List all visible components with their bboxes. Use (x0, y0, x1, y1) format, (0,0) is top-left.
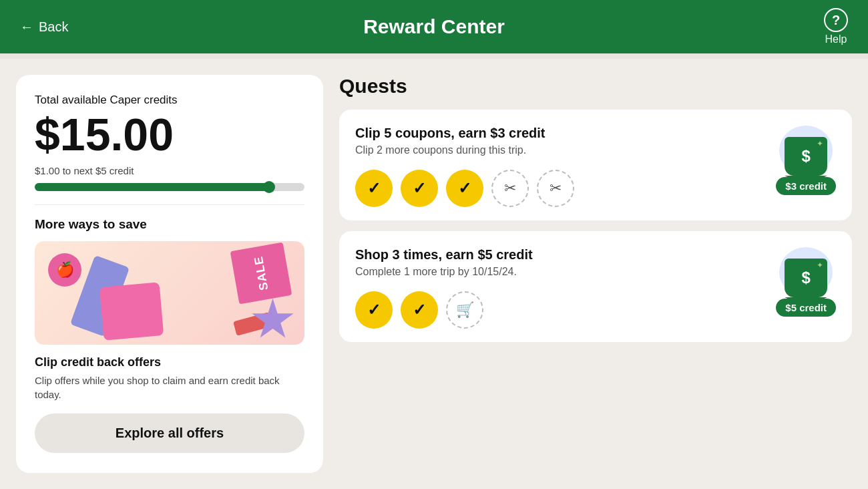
sub-header-divider (0, 53, 868, 59)
progress-bar-dot (263, 181, 275, 193)
quest-card-1-title: Clip 5 coupons, earn $3 credit (355, 126, 776, 141)
back-arrow-icon: ← (20, 19, 33, 35)
quest-step-done: ✓ (355, 170, 393, 207)
quest-step-done: ✓ (401, 291, 438, 329)
quest-card-2-desc: Complete 1 more trip by 10/15/24. (355, 266, 776, 278)
credit-badge-1: ✦ $ $3 credit (776, 126, 836, 195)
credits-next: $1.00 to next $5 credit (35, 165, 304, 176)
quest-step-pending: ✂ (491, 170, 529, 207)
promo-image: 🍎 SALE (35, 241, 304, 345)
shield-dollar-icon: $ (801, 147, 810, 166)
progress-bar-fill (35, 183, 272, 191)
help-button[interactable]: ? Help (824, 8, 848, 45)
main-content: Total available Caper credits $15.00 $1.… (0, 59, 868, 489)
quest-step-done: ✓ (446, 170, 483, 207)
sale-tag-shape: SALE (230, 242, 292, 305)
credit-badge-circle-1: ✦ $ (779, 126, 833, 176)
header: ← Back Reward Center ? Help (0, 0, 868, 53)
cart-icon: 🛒 (456, 301, 474, 319)
shield-dollar-icon: $ (801, 269, 810, 287)
help-label: Help (825, 33, 847, 45)
help-icon: ? (824, 8, 848, 32)
page-title: Reward Center (363, 15, 505, 38)
progress-bar (35, 183, 304, 191)
promo-title: Clip credit back offers (35, 355, 304, 369)
credit-shield-2: ✦ $ (785, 259, 827, 297)
quest-card-2-title: Shop 3 times, earn $5 credit (355, 247, 776, 263)
quest-card-2-content: Shop 3 times, earn $5 credit Complete 1 … (355, 247, 776, 329)
quest-card-1-content: Clip 5 coupons, earn $3 credit Clip 2 mo… (355, 126, 776, 207)
scissors-icon: ✂ (550, 180, 562, 197)
credit-shield-1: ✦ $ (785, 137, 827, 176)
more-ways-label: More ways to save (35, 217, 304, 232)
credit-badge-circle-2: ✦ $ (779, 247, 833, 297)
left-panel: Total available Caper credits $15.00 $1.… (16, 75, 323, 473)
apple-shape: 🍎 (48, 253, 81, 287)
quest-step-pending: ✂ (537, 170, 574, 207)
divider (35, 204, 304, 205)
scissors-icon: ✂ (504, 180, 516, 197)
quest-step-done: ✓ (401, 170, 438, 207)
sparkle-icon: ✦ (817, 139, 823, 148)
quest-card-1-steps: ✓ ✓ ✓ ✂ ✂ (355, 170, 776, 207)
quest-card-1: Clip 5 coupons, earn $3 credit Clip 2 mo… (339, 110, 852, 220)
quest-step-pending: 🛒 (446, 291, 483, 329)
quest-card-1-desc: Clip 2 more coupons during this trip. (355, 144, 776, 156)
explore-all-offers-button[interactable]: Explore all offers (35, 414, 304, 453)
credits-amount: $15.00 (35, 111, 304, 158)
quest-step-done: ✓ (355, 291, 393, 329)
promo-image-inner: 🍎 SALE (35, 241, 304, 345)
quest-card-2-steps: ✓ ✓ 🛒 (355, 291, 776, 329)
check-icon: ✓ (413, 179, 426, 198)
check-icon: ✓ (367, 179, 381, 198)
check-icon: ✓ (367, 301, 381, 319)
back-label: Back (39, 19, 68, 35)
sparkle-icon: ✦ (817, 261, 823, 270)
promo-desc: Clip offers while you shop to claim and … (35, 373, 304, 401)
back-button[interactable]: ← Back (20, 19, 68, 35)
pink-rect-shape (99, 283, 164, 341)
check-icon: ✓ (458, 179, 471, 198)
credit-badge-2: ✦ $ $5 credit (776, 247, 836, 317)
quests-title: Quests (339, 75, 852, 98)
quest-card-2: Shop 3 times, earn $5 credit Complete 1 … (339, 231, 852, 342)
check-icon: ✓ (413, 301, 426, 319)
right-panel: Quests Clip 5 coupons, earn $3 credit Cl… (339, 75, 852, 473)
credits-label: Total available Caper credits (35, 94, 304, 107)
